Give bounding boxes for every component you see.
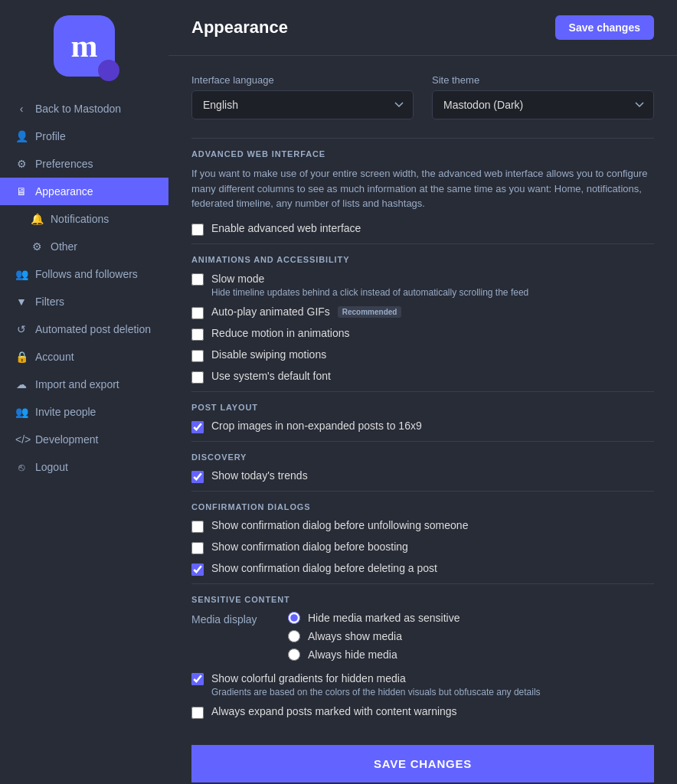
theme-label: Site theme <box>432 74 654 86</box>
notifications-icon: 🔔 <box>31 213 43 225</box>
logout-icon: ⎋ <box>15 461 28 473</box>
sidebar-item-auto-delete[interactable]: ↺ Automated post deletion <box>0 315 168 343</box>
colorful-gradients-label[interactable]: Show colorful gradients for hidden media <box>211 672 406 684</box>
profile-icon: 👤 <box>15 130 28 142</box>
import-export-icon: ☁ <box>15 378 28 390</box>
disable-swiping-checkbox[interactable] <box>191 350 204 362</box>
sidebar-item-logout[interactable]: ⎋ Logout <box>0 453 168 481</box>
page-title: Appearance <box>191 18 288 38</box>
expand-content-warnings-item: Always expand posts marked with content … <box>191 705 654 719</box>
disable-swiping-label[interactable]: Disable swiping motions <box>211 348 326 361</box>
main-panel: Appearance Save changes Interface langua… <box>168 0 677 784</box>
hide-sensitive-radio[interactable] <box>288 612 300 624</box>
confirm-delete-item: Show confirmation dialog before deleting… <box>191 562 654 576</box>
sidebar-item-follows[interactable]: 👥 Follows and followers <box>0 260 168 288</box>
language-select[interactable]: English <box>191 90 414 119</box>
slow-mode-label[interactable]: Slow mode <box>211 273 264 285</box>
slow-mode-sub: Hide timeline updates behind a click ins… <box>211 287 528 298</box>
confirm-unfollow-label[interactable]: Show confirmation dialog before unfollow… <box>211 519 468 531</box>
always-show-item: Always show media <box>288 630 460 642</box>
appearance-icon: 🖥 <box>15 185 28 198</box>
sidebar-item-preferences[interactable]: ⚙ Preferences <box>0 150 168 178</box>
reduce-motion-checkbox[interactable] <box>191 328 204 341</box>
enable-advanced-label[interactable]: Enable advanced web interface <box>211 222 361 234</box>
sidebar-item-label: Follows and followers <box>35 268 138 280</box>
sidebar-item-profile[interactable]: 👤 Profile <box>0 122 168 150</box>
invite-icon: 👥 <box>15 406 28 418</box>
sidebar-item-filters[interactable]: ▼ Filters <box>0 288 168 315</box>
enable-advanced-checkbox[interactable] <box>191 224 204 236</box>
sidebar-item-label: Development <box>35 433 99 446</box>
app-logo: m <box>54 15 115 77</box>
confirm-delete-label[interactable]: Show confirmation dialog before deleting… <box>211 562 437 574</box>
auto-delete-icon: ↺ <box>15 323 28 335</box>
sidebar-item-other[interactable]: ⚙ Other <box>0 233 168 260</box>
sidebar-item-invite[interactable]: 👥 Invite people <box>0 398 168 426</box>
language-group: Interface language English <box>191 74 414 119</box>
sidebar-item-back[interactable]: ‹ Back to Mastodon <box>0 95 168 122</box>
confirm-delete-checkbox[interactable] <box>191 564 204 576</box>
theme-select[interactable]: Mastodon (Dark) <box>432 90 654 119</box>
theme-group: Site theme Mastodon (Dark) <box>432 74 654 119</box>
autoplay-gifs-label[interactable]: Auto-play animated GIFs Recommended <box>211 305 401 318</box>
development-icon: </> <box>15 433 28 446</box>
sidebar-item-label: Back to Mastodon <box>35 103 121 115</box>
system-font-checkbox[interactable] <box>191 371 204 384</box>
sidebar-item-label: Profile <box>35 130 66 142</box>
language-theme-row: Interface language English Site theme Ma… <box>191 74 654 119</box>
always-hide-label[interactable]: Always hide media <box>308 648 397 661</box>
crop-images-checkbox[interactable] <box>191 421 204 433</box>
confirm-unfollow-checkbox[interactable] <box>191 521 204 533</box>
preferences-icon: ⚙ <box>15 158 28 170</box>
sidebar-item-import-export[interactable]: ☁ Import and export <box>0 371 168 398</box>
sidebar: m ‹ Back to Mastodon 👤 Profile ⚙ Prefere… <box>0 0 168 784</box>
reduce-motion-label[interactable]: Reduce motion in animations <box>211 327 350 339</box>
sidebar-item-account[interactable]: 🔒 Account <box>0 343 168 371</box>
sidebar-item-label: Import and export <box>35 378 119 390</box>
disable-swiping-item: Disable swiping motions <box>191 348 654 362</box>
reduce-motion-item: Reduce motion in animations <box>191 327 654 341</box>
save-changes-button-header[interactable]: Save changes <box>555 15 654 40</box>
always-hide-item: Always hide media <box>288 648 460 661</box>
recommended-badge: Recommended <box>338 306 402 318</box>
sidebar-item-appearance[interactable]: 🖥 Appearance <box>0 178 168 205</box>
always-hide-radio[interactable] <box>288 648 300 661</box>
sidebar-item-label: Account <box>35 351 74 363</box>
always-show-label[interactable]: Always show media <box>308 630 402 642</box>
colorful-gradients-checkbox[interactable] <box>191 673 204 685</box>
media-display-label: Media display <box>191 612 276 661</box>
media-display-row: Media display Hide media marked as sensi… <box>191 612 654 661</box>
system-font-item: Use system's default font <box>191 370 654 384</box>
system-font-label[interactable]: Use system's default font <box>211 370 331 382</box>
save-changes-button-bottom[interactable]: SAVE CHANGES <box>191 745 654 782</box>
expand-content-warnings-checkbox[interactable] <box>191 707 204 719</box>
sidebar-item-label: Filters <box>35 296 64 308</box>
sidebar-item-notifications[interactable]: 🔔 Notifications <box>0 205 168 233</box>
sidebar-item-label: Notifications <box>51 213 109 225</box>
discovery-header: DISCOVERY <box>191 441 654 469</box>
back-icon: ‹ <box>15 103 28 115</box>
confirm-unfollow-item: Show confirmation dialog before unfollow… <box>191 519 654 533</box>
account-icon: 🔒 <box>15 351 28 363</box>
follows-icon: 👥 <box>15 268 28 280</box>
sidebar-item-label: Invite people <box>35 406 96 418</box>
sidebar-item-development[interactable]: </> Development <box>0 426 168 453</box>
show-trends-checkbox[interactable] <box>191 471 204 483</box>
confirm-boost-checkbox[interactable] <box>191 542 204 554</box>
advanced-web-interface-desc: If you want to make use of your entire s… <box>191 166 654 211</box>
colorful-gradients-item: Show colorful gradients for hidden media… <box>191 671 654 697</box>
logo-letter: m <box>71 28 98 64</box>
slow-mode-checkbox[interactable] <box>191 273 204 286</box>
animations-header: ANIMATIONS AND ACCESSIBILITY <box>191 243 654 272</box>
confirm-boost-label[interactable]: Show confirmation dialog before boosting <box>211 541 408 553</box>
show-trends-label[interactable]: Show today's trends <box>211 469 308 482</box>
hide-sensitive-item: Hide media marked as sensitive <box>288 612 460 624</box>
expand-content-warnings-label[interactable]: Always expand posts marked with content … <box>211 705 457 717</box>
confirmation-dialogs-header: CONFIRMATION DIALOGS <box>191 491 654 519</box>
always-show-radio[interactable] <box>288 630 300 642</box>
hide-sensitive-label[interactable]: Hide media marked as sensitive <box>308 612 460 624</box>
crop-images-label[interactable]: Crop images in non-expanded posts to 16x… <box>211 420 422 432</box>
autoplay-gifs-checkbox[interactable] <box>191 307 204 319</box>
sidebar-nav: ‹ Back to Mastodon 👤 Profile ⚙ Preferenc… <box>0 95 168 481</box>
page-header: Appearance Save changes <box>168 0 677 56</box>
